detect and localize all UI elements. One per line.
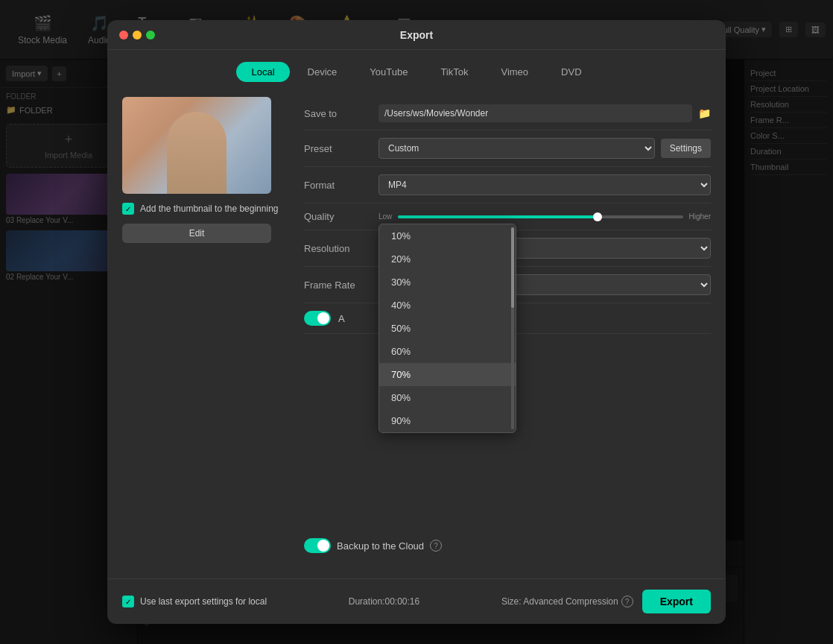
tab-dvd[interactable]: DVD	[546, 62, 596, 82]
auto-toggle[interactable]	[304, 311, 331, 326]
dropdown-item-40[interactable]: 40%	[379, 294, 516, 317]
settings-button[interactable]: Settings	[661, 139, 711, 158]
footer-left: ✓ Use last export settings for local	[122, 596, 267, 607]
quality-dropdown: 10% 20% 30% 40% 50% 60% 70% 80% 90%	[379, 224, 516, 433]
preset-select[interactable]: Custom	[379, 138, 655, 159]
preset-label: Preset	[304, 143, 379, 154]
tab-device[interactable]: Device	[293, 62, 352, 82]
quality-slider-row: Low Higher	[379, 212, 711, 221]
backup-info-icon[interactable]: ?	[430, 540, 442, 552]
dropdown-item-70[interactable]: 70%	[379, 363, 516, 386]
format-select[interactable]: MP4	[379, 174, 711, 195]
quality-thumb	[593, 212, 602, 221]
dropdown-item-50[interactable]: 50%	[379, 317, 516, 340]
preset-value: Custom Settings	[379, 138, 711, 159]
save-to-input[interactable]	[379, 104, 692, 122]
tab-local[interactable]: Local	[236, 62, 289, 82]
backup-toggle[interactable]	[304, 538, 331, 553]
quality-label: Quality	[304, 211, 379, 222]
modal-titlebar: Export	[107, 20, 726, 50]
framerate-label: Frame Rate	[304, 280, 379, 291]
thumbnail-preview	[122, 97, 271, 194]
preset-row: Preset Custom Settings	[304, 130, 711, 167]
format-label: Format	[304, 180, 379, 191]
scrollbar-track	[511, 227, 514, 429]
thumbnail-person	[167, 112, 227, 194]
toggle-knob	[317, 312, 329, 324]
modal-overlay: Export Local Device YouTube TikTok Vimeo…	[0, 0, 833, 644]
maximize-button[interactable]	[146, 31, 155, 40]
tab-youtube[interactable]: YouTube	[355, 62, 422, 82]
modal-body: ✓ Add the thumbnail to the beginning Edi…	[107, 82, 726, 578]
backup-row: Backup to the Cloud ?	[304, 528, 711, 564]
backup-label: Backup to the Cloud	[337, 540, 424, 552]
save-to-row: Save to 📁	[304, 97, 711, 130]
minimize-button[interactable]	[133, 31, 142, 40]
quality-slider[interactable]	[398, 215, 682, 218]
add-thumbnail-row: ✓ Add the thumbnail to the beginning	[122, 203, 286, 215]
modal-tabs: Local Device YouTube TikTok Vimeo DVD	[107, 50, 726, 82]
modal-title: Export	[400, 29, 433, 41]
scrollbar-thumb[interactable]	[511, 227, 514, 308]
dropdown-item-90[interactable]: 90%	[379, 409, 516, 432]
quality-high-label: Higher	[689, 212, 711, 221]
footer-duration: Duration:00:00:16	[349, 596, 419, 607]
save-to-label: Save to	[304, 108, 379, 119]
close-button[interactable]	[119, 31, 128, 40]
use-last-settings-label: Use last export settings for local	[140, 596, 267, 607]
traffic-lights	[119, 31, 155, 40]
dropdown-item-30[interactable]: 30%	[379, 271, 516, 294]
quality-value: Low Higher	[379, 212, 711, 221]
footer-right: Size: Advanced Compression ? Export	[501, 590, 711, 613]
folder-browse-button[interactable]: 📁	[698, 107, 711, 119]
size-info-icon[interactable]: ?	[621, 596, 633, 607]
export-button[interactable]: Export	[642, 590, 711, 613]
format-value: MP4	[379, 174, 711, 195]
use-last-settings-checkbox[interactable]: ✓	[122, 596, 134, 607]
add-thumbnail-label: Add the thumbnail to the beginning	[140, 203, 278, 214]
dropdown-item-60[interactable]: 60%	[379, 340, 516, 363]
modal-left-panel: ✓ Add the thumbnail to the beginning Edi…	[122, 97, 286, 564]
auto-label: A	[338, 313, 345, 324]
tab-vimeo[interactable]: Vimeo	[486, 62, 543, 82]
export-modal: Export Local Device YouTube TikTok Vimeo…	[107, 20, 726, 624]
resolution-label: Resolution	[304, 243, 379, 254]
dropdown-item-20[interactable]: 20%	[379, 247, 516, 271]
dropdown-item-80[interactable]: 80%	[379, 386, 516, 409]
save-to-value: 📁	[379, 104, 711, 122]
quality-low-label: Low	[379, 212, 392, 221]
size-info: Size: Advanced Compression ?	[501, 596, 633, 607]
tab-tiktok[interactable]: TikTok	[425, 62, 483, 82]
backup-toggle-knob	[317, 540, 329, 552]
edit-thumbnail-button[interactable]: Edit	[122, 224, 271, 243]
format-row: Format MP4	[304, 167, 711, 203]
add-thumbnail-checkbox[interactable]: ✓	[122, 203, 134, 215]
modal-footer: ✓ Use last export settings for local Dur…	[107, 578, 726, 624]
dropdown-scroll: 10% 20% 30% 40% 50% 60% 70% 80% 90%	[379, 224, 516, 432]
dropdown-item-10[interactable]: 10%	[379, 224, 516, 247]
modal-right-panel: Save to 📁 Preset Custom Settings	[304, 97, 711, 564]
